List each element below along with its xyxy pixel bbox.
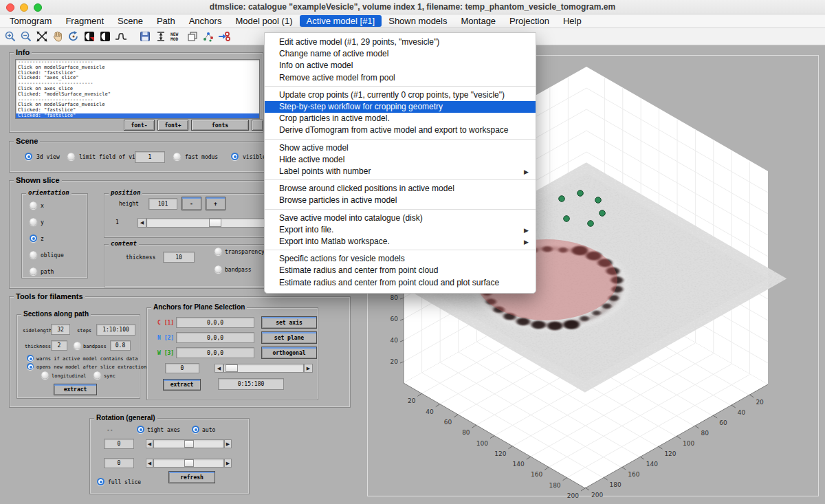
info-log-row[interactable]: Clicked: "fastslice" — [16, 113, 259, 119]
menu-row[interactable]: Show active model ▶ — [265, 142, 536, 154]
menu-row[interactable]: Change name of active model ▶ — [265, 48, 536, 60]
height-minus-button[interactable]: - — [182, 197, 201, 210]
rot-slider2-left[interactable]: ◀ — [146, 459, 153, 468]
orientation-radio[interactable] — [30, 251, 37, 259]
menu-row[interactable]: Estimate radius and center from point cl… — [265, 265, 536, 276]
font-minus-button[interactable]: font- — [124, 120, 155, 131]
sidelength-field[interactable]: 32 — [51, 324, 70, 335]
orientation-radio[interactable] — [30, 201, 37, 209]
tight-axes-radio[interactable] — [137, 426, 144, 433]
refresh-button[interactable]: refresh — [168, 471, 215, 483]
anchor-c-field[interactable]: 0,0,0 — [176, 317, 254, 328]
menu-item[interactable]: Help — [556, 15, 588, 27]
menu-item[interactable]: Fragment — [58, 15, 111, 27]
orientation-radio[interactable] — [30, 218, 37, 226]
menu-row[interactable]: Edit active model (#1, 29 points, "mvesi… — [265, 36, 536, 48]
montage-copy-icon[interactable] — [184, 29, 200, 44]
fonts-button[interactable]: fonts — [191, 120, 249, 131]
radio-fast-modus[interactable] — [173, 153, 181, 160]
sec-thickness-field[interactable]: 2 — [51, 340, 67, 351]
orientation-radio[interactable] — [30, 234, 37, 242]
sync-radio[interactable] — [94, 371, 101, 379]
full-slice-radio[interactable] — [97, 478, 104, 485]
pan-hand-icon[interactable] — [50, 29, 65, 44]
expand-icon[interactable] — [34, 29, 50, 44]
menu-item[interactable]: Anchors — [182, 15, 229, 27]
angle-slider-right[interactable]: ▶ — [304, 364, 313, 373]
thickness-field[interactable]: 10 — [163, 252, 195, 263]
radio-transparency[interactable] — [214, 248, 222, 255]
rot-slider1-right[interactable]: ▶ — [224, 439, 232, 448]
radio-visible[interactable] — [231, 153, 239, 160]
height-plus-button[interactable]: + — [206, 197, 226, 210]
info-log-list[interactable]: --------------------------Click on model… — [15, 59, 260, 119]
set-axis-button[interactable]: set axis — [261, 316, 317, 329]
sec-bandpass-field[interactable]: 0.8 — [110, 340, 131, 351]
zoom-out-icon[interactable] — [18, 29, 34, 44]
menu-row[interactable]: Hide active model ▶ — [265, 154, 536, 166]
anchor-n-field[interactable]: 0,0,0 — [176, 332, 254, 343]
fov-field[interactable]: 1 — [135, 151, 165, 163]
anchor-w-field[interactable]: 0,0,0 — [176, 347, 254, 358]
range-field[interactable]: 0:15:180 — [218, 378, 284, 390]
menu-row[interactable]: Estimate radius and center from point cl… — [265, 277, 536, 289]
orientation-radio[interactable] — [30, 267, 37, 275]
angle-field[interactable]: 0 — [165, 363, 199, 373]
rot-slider1[interactable] — [153, 439, 224, 448]
position-slider-left[interactable]: ◀ — [138, 218, 146, 228]
menu-row[interactable]: Specific actions for vesicle models ▶ — [265, 253, 536, 265]
auto-radio[interactable] — [192, 426, 199, 433]
menu-row[interactable]: Step-by-step workflow for cropping geome… — [265, 101, 536, 113]
rotate-3d-icon[interactable] — [65, 29, 81, 44]
menu-item[interactable]: Path — [150, 15, 182, 27]
set-plane-button[interactable]: set plane — [261, 331, 317, 344]
menu-item[interactable]: Montage — [454, 15, 503, 27]
menu-item[interactable]: Scene — [111, 15, 150, 27]
longitudinal-radio[interactable] — [41, 371, 49, 379]
save-disk-icon[interactable] — [137, 29, 153, 44]
menu-row[interactable]: Browse particles in active model ▶ — [265, 195, 536, 209]
menu-row[interactable]: Derive dTomogram from active model and e… — [265, 124, 536, 139]
radio-limit-fov[interactable] — [67, 153, 75, 160]
partial-button[interactable] — [252, 120, 263, 131]
menu-row[interactable]: Export into Matlab workspace. ▶ — [265, 236, 536, 250]
angle-slider-left[interactable]: ◀ — [214, 364, 223, 373]
scatter-link-icon[interactable] — [200, 29, 216, 44]
menu-row[interactable]: Info on active model ▶ — [265, 60, 536, 72]
radio-bandpass[interactable] — [214, 265, 222, 273]
radio-3d-view[interactable] — [25, 153, 32, 160]
menu-row[interactable]: Label points with number ▶ — [265, 166, 536, 180]
menu-item[interactable]: Shown models — [382, 15, 454, 27]
menu-row[interactable]: Update crop points (#1, currently 0 crop… — [265, 89, 536, 101]
new-model-icon[interactable]: NEWMOD — [168, 29, 184, 44]
contrast-icon[interactable] — [97, 29, 113, 44]
rot-slider2[interactable] — [153, 459, 224, 468]
menu-item[interactable]: Projection — [503, 15, 556, 27]
opens-new-check[interactable] — [27, 363, 34, 370]
menu-row[interactable]: Crop particles in active model. ▶ — [265, 113, 536, 124]
menu-item[interactable]: Active model [#1] — [300, 15, 382, 27]
rotation-field-1[interactable]: 0 — [104, 439, 134, 449]
font-plus-button[interactable]: font+ — [157, 120, 188, 131]
menu-row[interactable]: Browse around clicked positions in activ… — [265, 183, 536, 195]
anchors-extract-button[interactable]: extract — [163, 379, 201, 391]
rot-slider1-left[interactable]: ◀ — [146, 439, 153, 448]
angle-slider[interactable] — [223, 364, 304, 373]
vertical-range-icon[interactable] — [153, 29, 168, 44]
menu-row[interactable]: Save active model into catalogue (disk) … — [265, 212, 536, 224]
height-field[interactable]: 101 — [148, 198, 177, 210]
sections-extract-button[interactable]: extract — [54, 384, 97, 395]
steps-field[interactable]: 1:10:100 — [96, 324, 135, 336]
menu-item[interactable]: Tomogram — [3, 15, 58, 27]
menu-item[interactable]: Model pool (1) — [228, 15, 299, 27]
zoom-in-icon[interactable] — [2, 29, 18, 44]
contrast-invert-icon[interactable] — [81, 29, 97, 44]
sec-bandpass-radio[interactable] — [74, 342, 81, 349]
bandpass-curve-icon[interactable] — [113, 29, 129, 44]
crop-points-icon[interactable] — [216, 29, 232, 44]
rotation-field-2[interactable]: 0 — [104, 458, 134, 468]
orthogonal-button[interactable]: orthogonal — [261, 347, 317, 359]
menu-row[interactable]: Export into file. ▶ — [265, 224, 536, 236]
rot-slider2-right[interactable]: ▶ — [224, 459, 232, 468]
menu-row[interactable]: Remove active model from pool ▶ — [265, 72, 536, 87]
